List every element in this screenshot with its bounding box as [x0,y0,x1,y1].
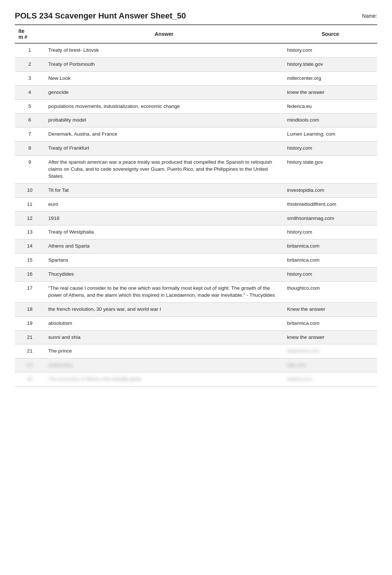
cell-answer: The prince [45,344,283,358]
table-header-row: Item # Answer Source [15,25,377,43]
table-row: 11eurothistimeitisdiffrent.com [15,197,377,211]
cell-source: thoughtco.com [283,282,377,303]
table-row: 22The economy of Athens that steadily gr… [15,372,377,387]
cell-item: 17 [15,282,45,303]
cell-source: britannica.com [283,254,377,268]
cell-source: federica.eu [283,99,377,113]
table-row: 4genocideknew the answer [15,85,377,99]
cell-answer: New Look [45,71,283,85]
cell-source: mindtools.com [283,113,377,127]
cell-item: 8 [15,142,45,156]
cell-item: 5 [15,99,45,113]
table-row: 15Spartansbritannica.com [15,254,377,268]
cell-item: 9 [15,156,45,184]
cell-source: Lumen Learning. com [283,127,377,142]
page-header: POLS 234 Scavenger Hunt Answer Sheet_50 … [15,11,377,21]
cell-answer: Treaty of Westphalia [45,225,283,239]
cell-source: history.state.gov [283,156,377,184]
cell-item: 1 [15,43,45,57]
cell-item: 12 [15,211,45,225]
cell-source: history.com [283,225,377,239]
cell-answer: sunni and shia [45,330,283,344]
cell-source: Knew the answer [283,302,377,316]
cell-item: 22 [15,358,45,372]
table-row: 19absolutismbritannica.com [15,316,377,330]
cell-item: 10 [15,183,45,197]
cell-answer: populations movements, industrialization… [45,99,283,113]
cell-source: britannica.com [283,344,377,358]
cell-answer: genocide [45,85,283,99]
table-row: 21The princebritannica.com [15,344,377,358]
table-row: 18the french revolution, 30 years war, a… [15,302,377,316]
page-title: POLS 234 Scavenger Hunt Answer Sheet_50 [15,11,186,21]
table-row: 13Treaty of Westphaliahistory.com [15,225,377,239]
col-header-answer: Answer [45,25,283,43]
col-header-source: Source [283,25,377,43]
name-field: Name: [362,13,377,19]
cell-source: millercenter.org [283,71,377,85]
cell-item: 13 [15,225,45,239]
table-row: 1Treaty of brest- Litovskhistory.com [15,43,377,57]
cell-source: britannica.com [283,316,377,330]
cell-source: history.com [283,142,377,156]
table-row: 21sunni and shiaknew the answer [15,330,377,344]
cell-item: 22 [15,372,45,387]
table-row: 6probability modelmindtools.com [15,113,377,127]
cell-answer: Spartans [45,254,283,268]
cell-item: 18 [15,302,45,316]
cell-answer: Denemark, Austria, and France [45,127,283,142]
cell-source: knew the answer [283,330,377,344]
table-row: 22aristocracywiki.com [15,358,377,372]
table-row: 3New Lookmillercenter.org [15,71,377,85]
cell-answer: Athens and Sparta [45,239,283,254]
cell-item: 6 [15,113,45,127]
table-row: 8Treaty of Frankfurthistory.com [15,142,377,156]
cell-source: investopidia.com [283,183,377,197]
table-row: 2Treaty of Portsmouthhistory.state.gov [15,57,377,71]
cell-item: 4 [15,85,45,99]
cell-answer: Thucydides [45,268,283,282]
cell-answer: "The real cause I consider to be the one… [45,282,283,303]
cell-answer: Treaty of brest- Litovsk [45,43,283,57]
cell-answer: The economy of Athens that steadily grew… [45,372,283,387]
cell-item: 3 [15,71,45,85]
cell-item: 21 [15,330,45,344]
table-row: 17"The real cause I consider to be the o… [15,282,377,303]
cell-answer: Treaty of Portsmouth [45,57,283,71]
cell-item: 19 [15,316,45,330]
cell-source: history.com [283,268,377,282]
table-row: 9After the spanish american war a peace … [15,156,377,184]
cell-answer: probability model [45,113,283,127]
col-header-item: Item # [15,25,45,43]
cell-source: thistimeitisdiffrent.com [283,197,377,211]
table-row: 5populations movements, industrializatio… [15,99,377,113]
cell-answer: the french revolution, 30 years war, and… [45,302,283,316]
cell-source: history.state.gov [283,57,377,71]
cell-source: history.com [283,372,377,387]
cell-source: britannica.com [283,239,377,254]
cell-item: 16 [15,268,45,282]
cell-item: 15 [15,254,45,268]
cell-source: knew the answer [283,85,377,99]
cell-source: wiki.com [283,358,377,372]
cell-item: 14 [15,239,45,254]
cell-answer: euro [45,197,283,211]
cell-answer: absolutism [45,316,283,330]
table-row: 7Denemark, Austria, and FranceLumen Lear… [15,127,377,142]
table-row: 10Tit for Tatinvestopidia.com [15,183,377,197]
cell-source: history.com [283,43,377,57]
cell-answer: Tit for Tat [45,183,283,197]
table-row: 14Athens and Spartabritannica.com [15,239,377,254]
cell-item: 21 [15,344,45,358]
answer-table: Item # Answer Source 1Treaty of brest- L… [15,24,377,387]
table-row: 121918smithsonianmag.com [15,211,377,225]
cell-answer: After the spanish american war a peace t… [45,156,283,184]
cell-source: smithsonianmag.com [283,211,377,225]
cell-answer: Treaty of Frankfurt [45,142,283,156]
cell-answer: aristocracy [45,358,283,372]
cell-item: 7 [15,127,45,142]
table-row: 16Thucydideshistory.com [15,268,377,282]
cell-item: 2 [15,57,45,71]
cell-answer: 1918 [45,211,283,225]
cell-item: 11 [15,197,45,211]
